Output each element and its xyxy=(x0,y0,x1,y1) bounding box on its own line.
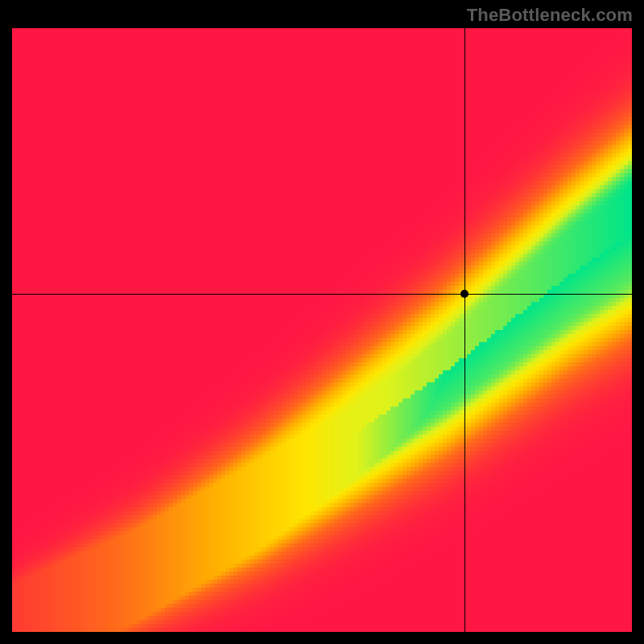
watermark-text: TheBottleneck.com xyxy=(467,5,633,26)
chart-frame: TheBottleneck.com xyxy=(0,0,644,644)
heatmap-canvas xyxy=(12,28,632,632)
crosshair-horizontal xyxy=(12,294,632,295)
crosshair-vertical xyxy=(464,28,465,632)
marker-dot xyxy=(460,290,469,298)
heatmap-plot xyxy=(12,28,632,632)
